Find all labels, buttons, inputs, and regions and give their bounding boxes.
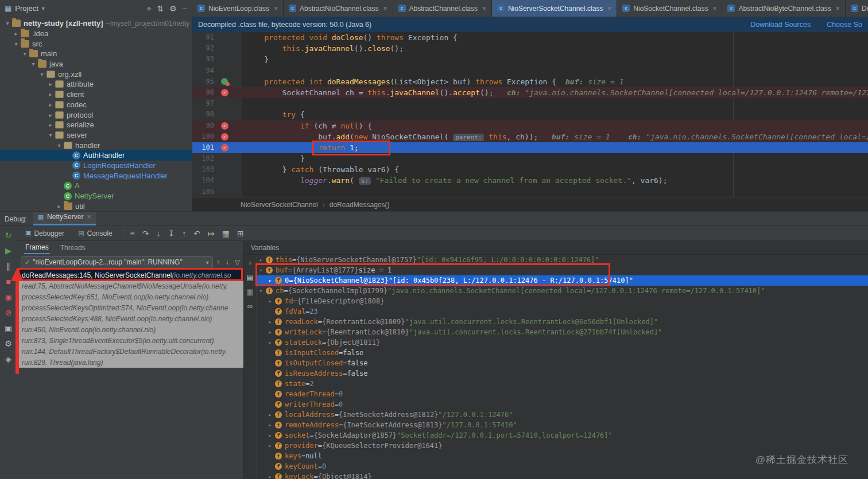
tree-item-a[interactable]: CA: [0, 181, 192, 191]
variable-row[interactable]: fisOutputClosed = false: [257, 358, 868, 368]
editor-tab[interactable]: cAbstractChannel.class×: [393, 0, 492, 17]
tree-item-java[interactable]: ▾java: [0, 59, 192, 69]
code-line[interactable]: 95 protected int doReadMessages(List<Obj…: [192, 76, 868, 87]
chevron-down-icon[interactable]: ▾: [55, 142, 63, 149]
expand-collapse-icon[interactable]: ⇅: [157, 5, 164, 13]
gutter[interactable]: 103: [192, 164, 242, 175]
chevron-down-icon[interactable]: ▾: [42, 5, 45, 11]
editor-tab[interactable]: cNioServerSocketChannel.class×: [492, 0, 617, 17]
gutter[interactable]: 91: [192, 32, 242, 43]
frame-row[interactable]: processSelectedKey:651, NioEventLoop (io…: [17, 291, 243, 302]
tree-item-protocol[interactable]: ▸protocol: [0, 110, 192, 120]
pin-icon[interactable]: ◈: [5, 355, 11, 363]
chevron-right-icon[interactable]: ▸: [46, 81, 55, 87]
tree-item-server[interactable]: ▾server: [0, 130, 192, 141]
show-watches-icon[interactable]: ∞: [247, 302, 253, 310]
variable-row[interactable]: ▾fbuf = {ArrayList@1777} size = 1: [257, 265, 868, 275]
frame-row[interactable]: run:873, SingleThreadEventExecutor$5 (io…: [17, 335, 243, 346]
frame-row[interactable]: doReadMessages:145, NioServerSocketChann…: [17, 270, 243, 281]
variable-row[interactable]: fisInputClosed = false: [257, 348, 868, 358]
chevron-right-icon[interactable]: ▸: [266, 433, 274, 438]
editor-tab[interactable]: cNioSocketChannel.class×: [617, 0, 722, 17]
force-step-into-icon[interactable]: ↧: [168, 229, 175, 237]
code-line[interactable]: 98 try {: [192, 109, 868, 120]
tree-item-nettyserver[interactable]: CNettyServer: [0, 191, 192, 201]
tree-item-messagerequesthandler[interactable]: CMessageRequestHandler: [0, 170, 192, 181]
variable-row[interactable]: freaderThread = 0: [257, 389, 868, 399]
move-up-icon[interactable]: ↑: [216, 259, 220, 266]
chevron-down-icon[interactable]: ▾: [29, 61, 37, 67]
code-line[interactable]: 92 this.javaChannel().close();: [192, 43, 868, 54]
code-line[interactable]: 101✓ return 1;: [192, 142, 868, 153]
close-icon[interactable]: ×: [383, 5, 387, 13]
tree-item-netty-study-xzll-netty[interactable]: ▾netty-study [xzll-netty]~/myself_projec…: [0, 18, 192, 29]
view-as-table-icon[interactable]: ▦: [222, 229, 230, 237]
drop-frame-icon[interactable]: ↶: [193, 229, 200, 237]
editor-tab[interactable]: cAbstractNioByteChannel.class×: [722, 0, 845, 17]
frame-row[interactable]: run:829, Thread (java.lang): [17, 357, 243, 368]
chevron-down-icon[interactable]: ▾: [38, 71, 46, 77]
gutter[interactable]: 92: [192, 43, 242, 54]
tree-item-serialize[interactable]: ▸serialize: [0, 120, 192, 130]
close-icon[interactable]: ×: [482, 5, 486, 13]
gutter[interactable]: 93: [192, 54, 242, 65]
method-breakpoint-icon[interactable]: [221, 78, 228, 85]
close-icon[interactable]: ×: [274, 5, 278, 13]
tree-item-util[interactable]: ▸util: [0, 201, 192, 211]
run-to-cursor-icon[interactable]: ↦: [208, 229, 215, 237]
frame-row[interactable]: run:144, DefaultThreadFactory$DefaultRun…: [17, 346, 243, 357]
code-line[interactable]: 94: [192, 65, 868, 76]
chevron-right-icon[interactable]: ▸: [257, 257, 265, 263]
variable-row[interactable]: ▸ffd = {FileDescriptor@1808}: [257, 296, 868, 306]
paste-icon[interactable]: ▥: [246, 288, 253, 295]
rerun-icon[interactable]: ↻: [5, 231, 12, 239]
add-watch-icon[interactable]: +: [248, 259, 253, 267]
tree-item-loginrequesthandler[interactable]: CLoginRequestHandler: [0, 161, 192, 171]
close-icon[interactable]: ×: [712, 5, 716, 13]
filter-icon[interactable]: ▽: [235, 259, 240, 266]
view-breakpoints-icon[interactable]: ◉: [5, 293, 11, 301]
gutter[interactable]: 105: [192, 186, 242, 197]
chevron-right-icon[interactable]: ▸: [266, 412, 274, 418]
step-into-icon[interactable]: ↓: [156, 229, 160, 237]
choose-sources-link[interactable]: Choose So: [827, 21, 862, 29]
chevron-right-icon[interactable]: ▸: [266, 329, 274, 335]
code-line[interactable]: 93 }: [192, 54, 868, 65]
gutter[interactable]: 104: [192, 175, 242, 186]
chevron-right-icon[interactable]: ▸: [266, 278, 274, 283]
resume-icon[interactable]: ▶: [5, 247, 11, 255]
move-down-icon[interactable]: ↓: [226, 259, 229, 266]
chevron-down-icon[interactable]: ▾: [257, 267, 265, 273]
variable-row[interactable]: ▸fstateLock = {Object@1811}: [257, 337, 868, 348]
tree-item-client[interactable]: ▸client: [0, 89, 192, 100]
chevron-right-icon[interactable]: ▸: [266, 422, 274, 428]
chevron-right-icon[interactable]: ▸: [46, 112, 55, 118]
editor-tab[interactable]: cNioEventLoop.class×: [192, 0, 284, 17]
frame-row[interactable]: read:75, AbstractNioMessageChannel$NioMe…: [17, 281, 243, 291]
gutter[interactable]: 101✓: [192, 142, 242, 153]
tab-frames[interactable]: Frames: [24, 242, 50, 254]
tree-item-idea[interactable]: ▸.idea: [0, 29, 192, 39]
thread-dump-icon[interactable]: ▣: [5, 324, 12, 332]
variable-row[interactable]: ▸fremoteAddress = {InetSocketAddress@181…: [257, 420, 868, 430]
editor-tab[interactable]: cDefaultSocketChannelConfig.class×: [846, 0, 868, 17]
mute-breakpoints-icon[interactable]: ⊘: [5, 309, 12, 317]
variable-row[interactable]: ffdVal = 23: [257, 306, 868, 317]
chevron-down-icon[interactable]: ▾: [257, 288, 265, 294]
variable-row[interactable]: fwriterThread = 0: [257, 399, 868, 410]
chevron-right-icon[interactable]: ▸: [12, 30, 20, 37]
project-selector[interactable]: Project: [15, 4, 38, 13]
tree-item-src[interactable]: ▾src: [0, 38, 192, 49]
locate-icon[interactable]: ⌖: [147, 5, 152, 13]
copy-value-icon[interactable]: ▤: [246, 274, 253, 281]
chevron-right-icon[interactable]: ▸: [46, 91, 55, 98]
download-sources-link[interactable]: Download Sources: [750, 21, 811, 29]
variable-row[interactable]: fstate = 2: [257, 379, 868, 389]
breakpoint-icon[interactable]: ✓: [221, 122, 228, 130]
hide-panel-icon[interactable]: −: [183, 5, 187, 13]
pause-icon[interactable]: ∥: [6, 262, 10, 270]
gutter[interactable]: 100✓: [192, 131, 242, 142]
tree-item-attribute[interactable]: ▸attribute: [0, 79, 192, 89]
variable-row[interactable]: ▸fprovider = {KQueueSelectorProvider@164…: [257, 441, 868, 451]
variable-row[interactable]: ▸fwriteLock = {ReentrantLock@1810} "java…: [257, 327, 868, 337]
